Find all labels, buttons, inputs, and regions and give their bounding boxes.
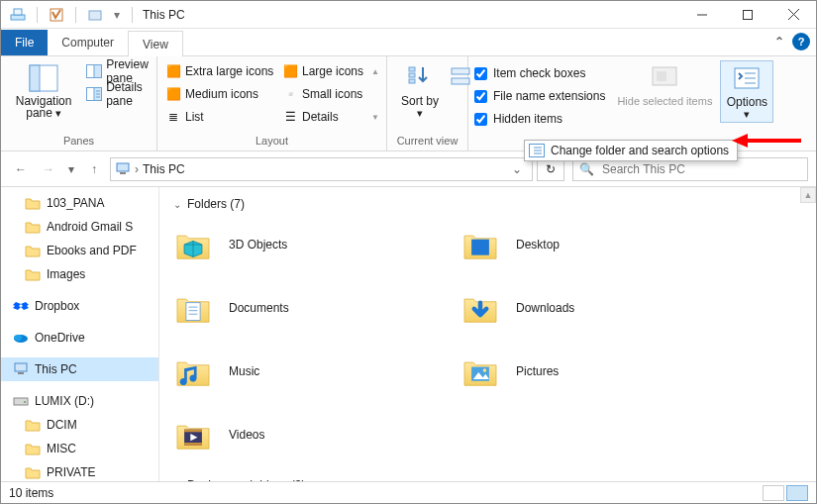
folder-icon — [173, 415, 213, 454]
pc-icon — [13, 361, 29, 377]
close-button[interactable] — [770, 1, 816, 29]
minimize-button[interactable] — [679, 1, 725, 29]
search-input[interactable] — [600, 161, 801, 177]
forward-button[interactable]: → — [37, 157, 60, 181]
tree-item[interactable]: This PC — [1, 357, 158, 381]
layout-details[interactable]: ☰Details — [280, 106, 371, 128]
folder-tile[interactable]: Videos — [173, 411, 460, 458]
tree-item-label: 103_PANA — [47, 196, 104, 210]
folder-tile[interactable]: Documents — [173, 284, 460, 332]
up-button[interactable]: ↑ — [82, 157, 106, 181]
tree-item[interactable]: Dropbox — [1, 294, 158, 318]
tree-item[interactable]: 103_PANA — [1, 191, 158, 215]
help-icon[interactable]: ? — [792, 33, 810, 50]
breadcrumb-dropdown-icon[interactable]: ⌄ — [506, 162, 528, 176]
tree-item[interactable]: Ebooks and PDF — [1, 239, 158, 262]
svg-rect-18 — [409, 73, 415, 77]
folder-tile[interactable]: 3D Objects — [173, 221, 460, 268]
svg-rect-49 — [471, 240, 489, 255]
annotation-arrow — [732, 131, 801, 151]
details-pane-button[interactable]: Details pane — [84, 83, 151, 105]
folder-icon — [25, 464, 41, 480]
folder-icon — [460, 288, 500, 328]
ribbon-tabs: File Computer View ⌃ ? — [1, 29, 816, 56]
svg-rect-19 — [409, 79, 415, 83]
breadcrumb[interactable]: › This PC ⌄ — [110, 157, 533, 181]
navigation-tree[interactable]: 103_PANAAndroid Gmail SEbooks and PDFIma… — [1, 187, 159, 481]
folder-tile[interactable]: Downloads — [460, 284, 748, 332]
svg-rect-42 — [15, 363, 27, 371]
group-by-button[interactable] — [451, 60, 470, 96]
view-tiles-button[interactable] — [786, 485, 808, 501]
tree-item-label: Dropbox — [35, 299, 79, 313]
options-button[interactable]: Options▾ — [720, 60, 773, 123]
collapse-ribbon-icon[interactable]: ⌃ — [774, 35, 784, 49]
folder-icon — [25, 195, 41, 211]
svg-rect-20 — [452, 68, 469, 74]
qat-dropdown-icon[interactable]: ▾ — [110, 4, 124, 26]
tree-item[interactable]: LUMIX (D:) — [1, 389, 158, 413]
layout-list[interactable]: ≣List — [163, 106, 280, 128]
properties-icon[interactable] — [46, 4, 67, 26]
breadcrumb-location: This PC — [143, 162, 185, 176]
title-bar: ▾ This PC — [1, 1, 816, 29]
tree-item-label: Ebooks and PDF — [47, 244, 137, 257]
folder-label: Documents — [229, 301, 289, 315]
section-folders[interactable]: ⌄ Folders (7) — [173, 197, 816, 211]
maximize-button[interactable] — [725, 1, 770, 29]
folder-icon — [460, 225, 500, 264]
tree-item[interactable]: OneDrive — [1, 326, 158, 350]
check-hidden-items[interactable]: Hidden items — [474, 108, 605, 130]
check-item-check-boxes[interactable]: Item check boxes — [474, 62, 605, 84]
sort-by-button[interactable]: Sort by ▾ — [393, 60, 447, 121]
folder-tile[interactable]: Music — [173, 348, 460, 395]
ribbon: Navigation pane ▾ Preview pane Details p… — [1, 56, 816, 151]
new-folder-icon[interactable] — [84, 4, 106, 26]
check-file-name-extensions[interactable]: File name extensions — [474, 85, 605, 107]
view-details-button[interactable] — [763, 485, 784, 501]
layout-medium-icons[interactable]: 🟧Medium icons — [163, 83, 280, 105]
svg-rect-23 — [657, 71, 666, 81]
preview-pane-button[interactable]: Preview pane — [84, 60, 151, 82]
svg-rect-5 — [744, 10, 753, 19]
back-button[interactable]: ← — [9, 157, 33, 181]
layout-small-icons[interactable]: ▫️Small icons — [280, 83, 371, 105]
layout-large-icons[interactable]: 🟧Large icons — [280, 60, 371, 82]
recent-locations-button[interactable]: ▾ — [64, 157, 78, 181]
tree-item-label: LUMIX (D:) — [35, 394, 94, 408]
folder-tile[interactable]: Desktop — [460, 221, 748, 268]
folder-tile[interactable]: Pictures — [460, 348, 748, 395]
svg-rect-43 — [18, 372, 24, 374]
svg-rect-21 — [452, 78, 469, 84]
pc-icon — [115, 161, 131, 177]
tree-item[interactable]: DCIM — [1, 413, 158, 437]
scroll-up-button[interactable]: ▲ — [800, 187, 816, 203]
tree-item[interactable]: PRIVATE — [1, 460, 158, 481]
status-item-count: 10 items — [9, 486, 53, 500]
tree-item[interactable]: MISC — [1, 437, 158, 460]
tree-item[interactable]: Android Gmail S — [1, 215, 158, 239]
details-pane-label: Details pane — [106, 80, 149, 108]
hide-selected-items-button: Hide selected items — [613, 60, 716, 109]
dropbox-icon — [13, 298, 29, 314]
navigation-pane-button[interactable]: Navigation pane ▾ — [7, 60, 80, 121]
tree-item-label: PRIVATE — [47, 465, 96, 479]
svg-point-41 — [14, 335, 22, 341]
tab-computer[interactable]: Computer — [48, 30, 128, 55]
change-folder-search-options[interactable]: Change folder and search options — [524, 140, 738, 161]
folder-icon — [460, 352, 500, 391]
svg-marker-33 — [732, 134, 748, 148]
folder-icon — [173, 288, 213, 328]
folder-label: Downloads — [516, 301, 574, 315]
svg-rect-0 — [11, 15, 25, 20]
svg-marker-38 — [13, 305, 21, 310]
tab-file[interactable]: File — [1, 30, 48, 55]
chevron-down-icon: ⌄ — [173, 480, 181, 482]
tab-view[interactable]: View — [128, 31, 183, 56]
section-devices[interactable]: ⌄ Devices and drives (3) — [173, 478, 816, 481]
layout-extra-large-icons[interactable]: 🟧Extra large icons — [163, 60, 280, 82]
content-pane[interactable]: ▲ ⌄ Folders (7) 3D ObjectsDesktopDocumen… — [159, 187, 816, 481]
folder-icon — [173, 225, 213, 264]
folder-label: Pictures — [516, 364, 559, 378]
tree-item[interactable]: Images — [1, 262, 158, 286]
